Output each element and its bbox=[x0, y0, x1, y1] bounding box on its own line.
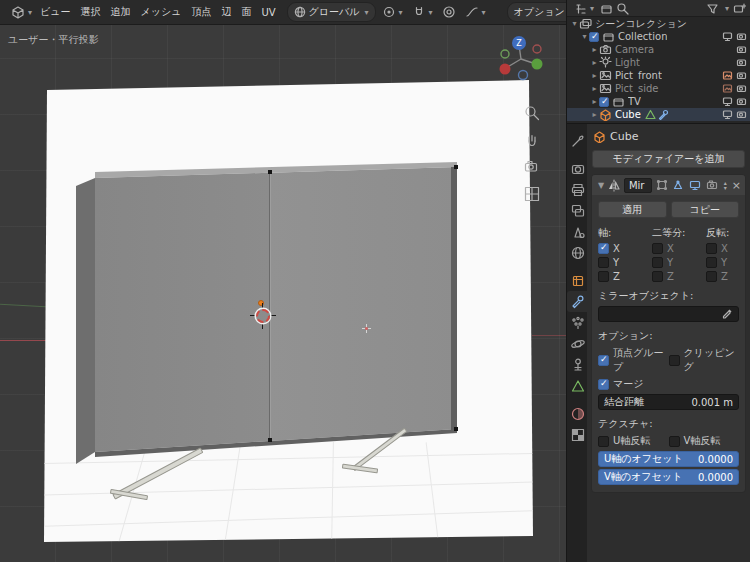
tab-physics[interactable] bbox=[567, 333, 587, 354]
zoom-icon[interactable] bbox=[521, 102, 543, 124]
editor-type-button[interactable]: ▾ bbox=[8, 3, 35, 21]
3d-viewport[interactable]: Z ユーザー・平行投影 ▾ ビュー 選択 追加 メッシュ bbox=[0, 0, 566, 562]
outliner-editor-type-button[interactable]: ▾ bbox=[571, 0, 597, 17]
tab-view-layer[interactable] bbox=[567, 200, 587, 221]
merge-distance-field[interactable]: 結合距離 0.001 m bbox=[598, 394, 739, 410]
copy-button[interactable]: コピー bbox=[671, 201, 740, 218]
proportional-edit-toggle[interactable] bbox=[439, 3, 459, 21]
outliner-row-pict-side[interactable]: ▸ Pict_side bbox=[567, 82, 750, 95]
render-visibility-camera-icon[interactable] bbox=[736, 109, 747, 120]
show-on-cage-toggle[interactable] bbox=[655, 178, 669, 192]
menu-view[interactable]: ビュー bbox=[35, 2, 75, 22]
add-modifier-button[interactable]: モディファイアーを追加 bbox=[592, 150, 745, 168]
screen-visibility-icon[interactable] bbox=[722, 31, 733, 42]
render-visibility-camera-icon[interactable] bbox=[736, 70, 747, 81]
proportional-falloff-dropdown[interactable]: ▾ bbox=[462, 3, 489, 21]
tab-world[interactable] bbox=[567, 242, 587, 263]
expand-arrow-icon[interactable]: ▸ bbox=[590, 84, 599, 93]
expand-arrow-icon[interactable]: ▸ bbox=[590, 97, 599, 106]
tab-render[interactable] bbox=[567, 158, 587, 179]
menu-edge[interactable]: 辺 bbox=[216, 2, 236, 22]
vertex-dot[interactable] bbox=[454, 427, 458, 431]
close-icon[interactable]: × bbox=[732, 179, 741, 192]
panel-expand-arrow-icon[interactable]: ▼ bbox=[598, 181, 604, 190]
tab-object[interactable] bbox=[567, 270, 587, 291]
search-icon[interactable] bbox=[616, 2, 629, 15]
eyedropper-icon[interactable] bbox=[721, 308, 733, 320]
screen-visibility-icon[interactable] bbox=[722, 96, 733, 107]
outliner-row-pict-front[interactable]: ▸ Pict_front bbox=[567, 69, 750, 82]
bisect-y-checkbox[interactable] bbox=[652, 257, 663, 268]
expand-arrow-icon[interactable]: ▸ bbox=[590, 45, 599, 54]
merge-checkbox[interactable] bbox=[598, 379, 609, 390]
snap-toggle[interactable]: ▾ bbox=[409, 3, 436, 21]
render-visibility-camera-icon[interactable] bbox=[736, 83, 747, 94]
offset-u-field[interactable]: U軸のオフセット 0.0000 bbox=[598, 451, 739, 467]
options-dropdown[interactable]: オプション ▾ bbox=[507, 2, 566, 22]
show-realtime-toggle[interactable] bbox=[688, 178, 702, 192]
collection-checkbox[interactable] bbox=[589, 32, 599, 42]
pivot-point-dropdown[interactable]: ▾ bbox=[379, 3, 406, 21]
axis-y-checkbox[interactable] bbox=[598, 257, 609, 268]
expand-arrow-icon[interactable]: ▸ bbox=[590, 58, 599, 67]
breadcrumb[interactable]: Cube bbox=[591, 127, 746, 145]
menu-select[interactable]: 選択 bbox=[75, 2, 105, 22]
render-visibility-camera-icon[interactable] bbox=[736, 44, 747, 55]
tab-material[interactable] bbox=[567, 403, 587, 424]
new-collection-icon[interactable] bbox=[733, 2, 746, 15]
render-visibility-camera-icon[interactable] bbox=[736, 31, 747, 42]
expand-arrow-icon[interactable]: ▾ bbox=[580, 32, 589, 41]
modifier-name-field[interactable]: Mir bbox=[624, 178, 652, 193]
tv-collection-checkbox[interactable] bbox=[599, 97, 609, 107]
render-visibility-camera-icon[interactable] bbox=[736, 57, 747, 68]
tab-object-data[interactable] bbox=[567, 375, 587, 396]
menu-face[interactable]: 面 bbox=[236, 2, 256, 22]
outliner-row-cube[interactable]: ▸ Cube bbox=[567, 108, 750, 121]
vertex-dot[interactable] bbox=[268, 170, 272, 174]
menu-add[interactable]: 追加 bbox=[105, 2, 135, 22]
axis-x-checkbox[interactable] bbox=[598, 243, 609, 254]
bisect-x-checkbox[interactable] bbox=[652, 243, 663, 254]
tab-particles[interactable] bbox=[567, 312, 587, 333]
menu-mesh[interactable]: メッシュ bbox=[135, 2, 186, 22]
axis-z-checkbox[interactable] bbox=[598, 271, 609, 282]
menu-vertex[interactable]: 頂点 bbox=[186, 2, 216, 22]
screen-visibility-icon[interactable] bbox=[722, 109, 733, 120]
outliner-row-light[interactable]: ▸ Light bbox=[567, 56, 750, 69]
navigation-gizmo[interactable]: Z bbox=[496, 34, 546, 84]
mirror-object-field[interactable] bbox=[598, 306, 739, 322]
flip-u-checkbox[interactable] bbox=[598, 436, 609, 447]
clipping-checkbox[interactable] bbox=[669, 355, 680, 366]
render-visibility-camera-icon[interactable] bbox=[736, 96, 747, 107]
vertex-dot[interactable] bbox=[454, 165, 458, 169]
flip-v-checkbox[interactable] bbox=[669, 436, 680, 447]
show-in-editmode-toggle[interactable] bbox=[672, 178, 686, 192]
vertex-dot[interactable] bbox=[268, 438, 272, 442]
expand-arrow-icon[interactable]: ▸ bbox=[590, 71, 599, 80]
expand-arrow-icon[interactable]: ▸ bbox=[590, 110, 599, 119]
tv-side-panel[interactable] bbox=[76, 178, 95, 464]
tab-scene[interactable] bbox=[567, 221, 587, 242]
tab-texture[interactable] bbox=[567, 424, 587, 445]
display-mode-icon[interactable] bbox=[600, 2, 613, 15]
outliner-row-tv[interactable]: ▸ TV bbox=[567, 95, 750, 108]
tab-tool[interactable] bbox=[567, 130, 587, 151]
outliner-row-scene-collection[interactable]: ▾ シーンコレクション bbox=[567, 17, 750, 30]
camera-view-icon[interactable] bbox=[521, 156, 543, 178]
tab-output[interactable] bbox=[567, 179, 587, 200]
filter-funnel-icon[interactable] bbox=[706, 2, 719, 15]
menu-uv[interactable]: UV bbox=[256, 4, 280, 21]
offset-v-field[interactable]: V軸のオフセット 0.0000 bbox=[598, 469, 739, 485]
transform-orientation-dropdown[interactable]: グローバル ▾ bbox=[287, 2, 376, 22]
move-view-hand-icon[interactable] bbox=[521, 129, 543, 151]
outliner-row-camera[interactable]: ▸ Camera bbox=[567, 43, 750, 56]
bisect-z-checkbox[interactable] bbox=[652, 271, 663, 282]
show-render-toggle[interactable] bbox=[705, 178, 719, 192]
move-modifier-down-icon[interactable]: ▾ bbox=[724, 185, 727, 190]
expand-arrow-icon[interactable]: ▾ bbox=[570, 19, 579, 28]
flip-y-checkbox[interactable] bbox=[706, 257, 717, 268]
tab-modifiers[interactable] bbox=[567, 291, 587, 312]
tv-front-face[interactable] bbox=[95, 167, 457, 452]
flip-x-checkbox[interactable] bbox=[706, 243, 717, 254]
apply-button[interactable]: 適用 bbox=[598, 201, 667, 218]
